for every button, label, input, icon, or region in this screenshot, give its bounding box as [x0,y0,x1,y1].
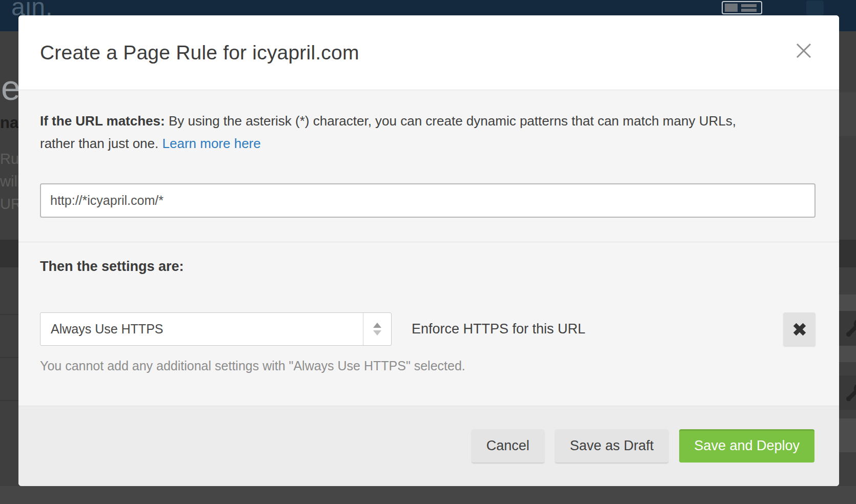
save-and-deploy-button[interactable]: Save and Deploy [679,429,814,463]
chevron-down-icon [373,330,381,335]
remove-setting-button[interactable] [783,312,816,346]
layout-cards-icon [722,1,762,14]
url-match-label: If the URL matches: [40,113,165,129]
settings-heading: Then the settings are: [40,258,816,275]
wrench-icon [839,375,856,410]
select-stepper-icon[interactable] [363,313,391,345]
dimmed-text-fragment: e [1,68,21,108]
dimmed-bottom-row [0,486,856,504]
create-page-rule-modal: Create a Page Rule for icyapril.com If t… [18,15,839,486]
dimmed-right-band [839,346,856,362]
save-as-draft-button[interactable]: Save as Draft [555,429,669,463]
modal-title: Create a Page Rule for icyapril.com [40,41,359,64]
wrench-icon [839,311,856,346]
dimmed-right-band [839,295,856,311]
setting-select-value: Always Use HTTPS [40,322,363,337]
heavy-x-icon [792,322,807,337]
chevron-up-icon [373,323,381,328]
url-pattern-input[interactable] [40,183,816,218]
close-icon[interactable] [794,41,813,60]
url-match-description: If the URL matches: By using the asteris… [40,110,750,155]
setting-row: Always Use HTTPS Enforce HTTPS for this … [40,312,816,346]
setting-description: Enforce HTTPS for this URL [412,321,585,337]
dimmed-text-fragment: will [0,173,21,190]
dimmed-text-fragment: Ru [0,151,19,167]
section-divider [18,242,839,242]
dimmed-right-band [839,418,856,452]
modal-body: If the URL matches: By using the asteris… [18,110,839,373]
modal-header: Create a Page Rule for icyapril.com [18,15,839,90]
setting-select[interactable]: Always Use HTTPS [40,312,392,346]
topbar-icon [806,1,824,15]
dimmed-right-band [839,92,856,136]
learn-more-link[interactable]: Learn more here [162,136,261,151]
modal-footer: Cancel Save as Draft Save and Deploy [18,406,839,486]
setting-note: You cannot add any additional settings w… [40,359,816,373]
cancel-button[interactable]: Cancel [472,429,544,463]
page: e nav Ru will UR ain. Create a Page Rule… [0,0,856,504]
